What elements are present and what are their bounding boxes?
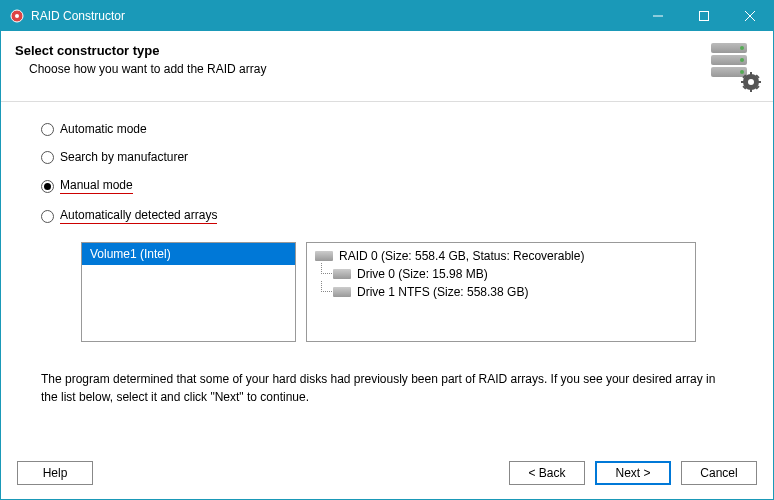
description-text: The program determined that some of your… xyxy=(41,370,733,406)
option-label: Manual mode xyxy=(60,178,133,194)
gear-icon xyxy=(741,72,761,95)
window-controls xyxy=(635,1,773,31)
raid-disks-icon xyxy=(711,43,759,91)
option-label: Automatically detected arrays xyxy=(60,208,217,224)
app-icon xyxy=(9,8,25,24)
page-subtitle: Choose how you want to add the RAID arra… xyxy=(29,62,701,76)
option-manual[interactable]: Manual mode xyxy=(41,178,733,194)
radio-icon xyxy=(41,123,54,136)
drive-icon xyxy=(333,287,351,297)
radio-icon xyxy=(41,210,54,223)
minimize-button[interactable] xyxy=(635,1,681,31)
volumes-list[interactable]: Volume1 (Intel) xyxy=(81,242,296,342)
svg-point-7 xyxy=(748,79,754,85)
drive-icon xyxy=(333,269,351,279)
back-button[interactable]: < Back xyxy=(509,461,585,485)
wizard-header: Select constructor type Choose how you w… xyxy=(1,31,773,102)
next-button[interactable]: Next > xyxy=(595,461,671,485)
option-automatic[interactable]: Automatic mode xyxy=(41,122,733,136)
cancel-button[interactable]: Cancel xyxy=(681,461,757,485)
svg-rect-8 xyxy=(750,72,752,76)
arrays-panels: Volume1 (Intel) RAID 0 (Size: 558.4 GB, … xyxy=(81,242,733,342)
titlebar: RAID Constructor xyxy=(1,1,773,31)
option-label: Search by manufacturer xyxy=(60,150,188,164)
radio-icon xyxy=(41,151,54,164)
svg-rect-9 xyxy=(750,88,752,92)
help-button[interactable]: Help xyxy=(17,461,93,485)
svg-rect-3 xyxy=(700,12,709,21)
option-auto-detected[interactable]: Automatically detected arrays xyxy=(41,208,733,224)
tree-root-label: RAID 0 (Size: 558.4 GB, Status: Recovera… xyxy=(339,249,584,263)
option-search-manufacturer[interactable]: Search by manufacturer xyxy=(41,150,733,164)
tree-child-label: Drive 0 (Size: 15.98 MB) xyxy=(357,267,488,281)
tree-child[interactable]: Drive 0 (Size: 15.98 MB) xyxy=(333,267,687,281)
wizard-content: Automatic mode Search by manufacturer Ma… xyxy=(1,102,773,447)
tree-child[interactable]: Drive 1 NTFS (Size: 558.38 GB) xyxy=(333,285,687,299)
close-button[interactable] xyxy=(727,1,773,31)
tree-root[interactable]: RAID 0 (Size: 558.4 GB, Status: Recovera… xyxy=(315,249,687,263)
svg-rect-10 xyxy=(741,81,745,83)
maximize-button[interactable] xyxy=(681,1,727,31)
svg-point-1 xyxy=(15,14,19,18)
svg-rect-11 xyxy=(757,81,761,83)
raid-icon xyxy=(315,251,333,261)
volume-item[interactable]: Volume1 (Intel) xyxy=(82,243,295,265)
window-title: RAID Constructor xyxy=(31,9,635,23)
page-title: Select constructor type xyxy=(15,43,701,58)
option-label: Automatic mode xyxy=(60,122,147,136)
array-details: RAID 0 (Size: 558.4 GB, Status: Recovera… xyxy=(306,242,696,342)
radio-icon xyxy=(41,180,54,193)
tree-child-label: Drive 1 NTFS (Size: 558.38 GB) xyxy=(357,285,528,299)
constructor-type-group: Automatic mode Search by manufacturer Ma… xyxy=(41,122,733,224)
wizard-footer: Help < Back Next > Cancel xyxy=(1,447,773,499)
